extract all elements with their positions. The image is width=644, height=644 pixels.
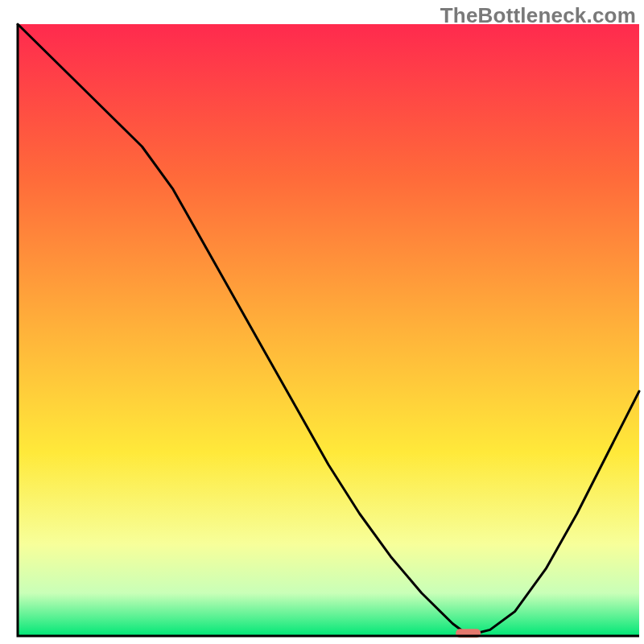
watermark-text: TheBottleneck.com xyxy=(440,3,636,28)
chart-wrapper: { "watermark": "TheBottleneck.com", "col… xyxy=(0,0,644,644)
bottleneck-chart xyxy=(0,0,644,644)
